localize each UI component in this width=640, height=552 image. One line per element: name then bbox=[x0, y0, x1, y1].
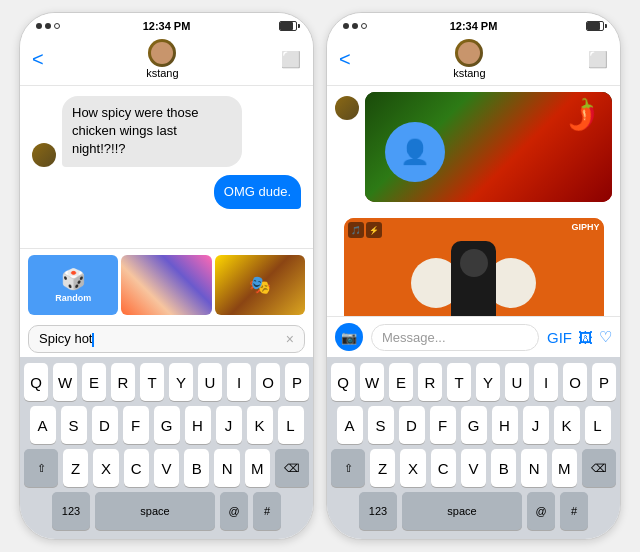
key-W[interactable]: W bbox=[53, 363, 77, 401]
key-I[interactable]: I bbox=[227, 363, 251, 401]
key-rE[interactable]: E bbox=[389, 363, 413, 401]
key-K[interactable]: K bbox=[247, 406, 273, 444]
key-B[interactable]: B bbox=[184, 449, 209, 487]
key-Y[interactable]: Y bbox=[169, 363, 193, 401]
avatar-face-right bbox=[458, 42, 480, 64]
key-123-right[interactable]: 123 bbox=[359, 492, 397, 530]
key-rR[interactable]: R bbox=[418, 363, 442, 401]
figure-body bbox=[451, 241, 496, 317]
key-space-right[interactable]: space bbox=[402, 492, 522, 530]
message-row-1: How spicy were those chicken wings last … bbox=[32, 96, 301, 167]
key-rI[interactable]: I bbox=[534, 363, 558, 401]
heart-button[interactable]: ♡ bbox=[599, 328, 612, 346]
status-right-left bbox=[279, 21, 297, 31]
key-E[interactable]: E bbox=[82, 363, 106, 401]
key-T[interactable]: T bbox=[140, 363, 164, 401]
key-rL[interactable]: L bbox=[585, 406, 611, 444]
key-L[interactable]: L bbox=[278, 406, 304, 444]
gif-top-image: 🌶️ 👤 bbox=[365, 92, 612, 202]
key-rC[interactable]: C bbox=[431, 449, 456, 487]
key-rG[interactable]: G bbox=[461, 406, 487, 444]
gif-figure-group bbox=[401, 241, 546, 317]
key-rX[interactable]: X bbox=[400, 449, 425, 487]
key-rM[interactable]: M bbox=[552, 449, 577, 487]
key-delete-right[interactable]: ⌫ bbox=[582, 449, 616, 487]
key-space-left[interactable]: space bbox=[95, 492, 215, 530]
key-rZ[interactable]: Z bbox=[370, 449, 395, 487]
key-rD[interactable]: D bbox=[399, 406, 425, 444]
key-at-left[interactable]: @ bbox=[220, 492, 248, 530]
key-delete-left[interactable]: ⌫ bbox=[275, 449, 309, 487]
key-D[interactable]: D bbox=[92, 406, 118, 444]
message-input-field[interactable]: Message... bbox=[371, 324, 539, 351]
key-rT[interactable]: T bbox=[447, 363, 471, 401]
key-rV[interactable]: V bbox=[461, 449, 486, 487]
dot-r1 bbox=[343, 23, 349, 29]
back-button-right[interactable]: < bbox=[339, 48, 351, 71]
gif-search-bar[interactable]: Spicy hot × bbox=[28, 325, 305, 353]
gif-preview-2[interactable]: 🎭 bbox=[215, 255, 305, 315]
key-G[interactable]: G bbox=[154, 406, 180, 444]
dot-1 bbox=[36, 23, 42, 29]
key-rQ[interactable]: Q bbox=[331, 363, 355, 401]
gif-button[interactable]: GIF bbox=[547, 329, 572, 346]
key-Q[interactable]: Q bbox=[24, 363, 48, 401]
key-P[interactable]: P bbox=[285, 363, 309, 401]
gif-result-top[interactable]: 🌶️ 👤 bbox=[365, 92, 612, 202]
back-button-left[interactable]: < bbox=[32, 48, 44, 71]
gif-preview-1[interactable] bbox=[121, 255, 211, 315]
key-N[interactable]: N bbox=[214, 449, 239, 487]
key-rF[interactable]: F bbox=[430, 406, 456, 444]
key-rK[interactable]: K bbox=[554, 406, 580, 444]
key-rJ[interactable]: J bbox=[523, 406, 549, 444]
key-C[interactable]: C bbox=[124, 449, 149, 487]
phones-container: 12:34 PM < kstang ⬜ How spi bbox=[19, 12, 621, 540]
key-123-left[interactable]: 123 bbox=[52, 492, 90, 530]
keyboard-left: Q W E R T Y U I O P A S D F G H J K L bbox=[20, 357, 313, 539]
key-rP[interactable]: P bbox=[592, 363, 616, 401]
key-F[interactable]: F bbox=[123, 406, 149, 444]
key-shift-right[interactable]: ⇧ bbox=[331, 449, 365, 487]
key-at-right[interactable]: @ bbox=[527, 492, 555, 530]
key-J[interactable]: J bbox=[216, 406, 242, 444]
key-rY[interactable]: Y bbox=[476, 363, 500, 401]
key-rH[interactable]: H bbox=[492, 406, 518, 444]
key-row-1-left: Q W E R T Y U I O P bbox=[24, 363, 309, 401]
search-clear-button[interactable]: × bbox=[286, 331, 294, 347]
right-phone: 12:34 PM < kstang ⬜ bbox=[326, 12, 621, 540]
gif-random-button[interactable]: 🎲 Random bbox=[28, 255, 118, 315]
message-input-bar: 📷 Message... GIF 🖼 ♡ bbox=[327, 316, 620, 357]
key-rS[interactable]: S bbox=[368, 406, 394, 444]
key-S[interactable]: S bbox=[61, 406, 87, 444]
gif-tag-icons: 🎵 ⚡ bbox=[348, 222, 382, 238]
signal-dots-right bbox=[343, 23, 367, 29]
gif-result-bottom[interactable]: 🎵 ⚡ GIPHY bbox=[344, 218, 604, 316]
key-U[interactable]: U bbox=[198, 363, 222, 401]
key-rB[interactable]: B bbox=[491, 449, 516, 487]
key-X[interactable]: X bbox=[93, 449, 118, 487]
key-Z[interactable]: Z bbox=[63, 449, 88, 487]
image-button[interactable]: 🖼 bbox=[578, 329, 593, 346]
key-rO[interactable]: O bbox=[563, 363, 587, 401]
random-label: Random bbox=[55, 293, 91, 303]
key-rA[interactable]: A bbox=[337, 406, 363, 444]
key-rN[interactable]: N bbox=[521, 449, 546, 487]
key-hash-left[interactable]: # bbox=[253, 492, 281, 530]
camera-button[interactable]: 📷 bbox=[335, 323, 363, 351]
random-icon: 🎲 bbox=[61, 267, 86, 291]
key-H[interactable]: H bbox=[185, 406, 211, 444]
key-O[interactable]: O bbox=[256, 363, 280, 401]
key-M[interactable]: M bbox=[245, 449, 270, 487]
key-rU[interactable]: U bbox=[505, 363, 529, 401]
key-V[interactable]: V bbox=[154, 449, 179, 487]
key-hash-right[interactable]: # bbox=[560, 492, 588, 530]
key-shift-left[interactable]: ⇧ bbox=[24, 449, 58, 487]
key-A[interactable]: A bbox=[30, 406, 56, 444]
video-button-right[interactable]: ⬜ bbox=[588, 50, 608, 69]
video-button-left[interactable]: ⬜ bbox=[281, 50, 301, 69]
key-R[interactable]: R bbox=[111, 363, 135, 401]
key-rW[interactable]: W bbox=[360, 363, 384, 401]
status-bar-right: 12:34 PM bbox=[327, 13, 620, 35]
avatar-face-left bbox=[151, 42, 173, 64]
bubble-outgoing-1: OMG dude. bbox=[214, 175, 301, 209]
